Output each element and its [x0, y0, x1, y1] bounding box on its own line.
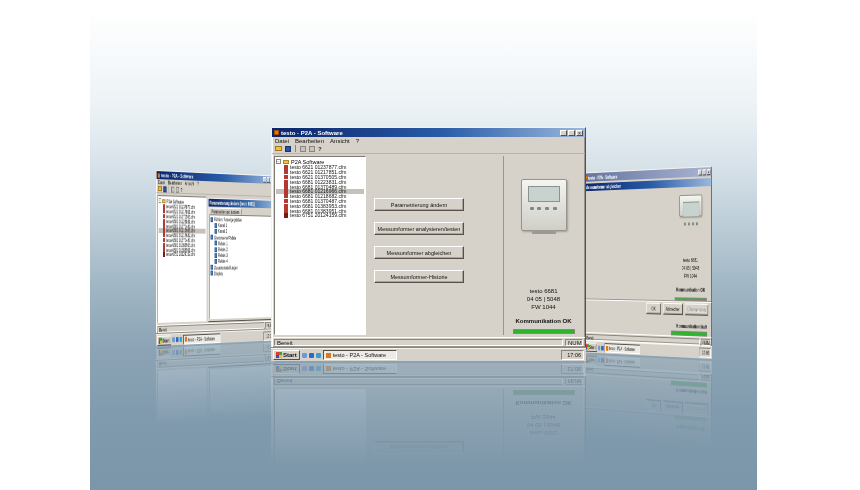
- file-tree[interactable]: − P2A Software testo 6621 01237877.cfm t…: [274, 156, 366, 335]
- start-button[interactable]: Start: [157, 335, 171, 346]
- device-model: testo 6681: [682, 256, 699, 264]
- quicklaunch-icon[interactable]: [601, 345, 603, 350]
- save-icon[interactable]: [285, 146, 291, 152]
- windows-flag-icon: [276, 352, 282, 358]
- start-label: Start: [589, 344, 595, 350]
- quicklaunch-icon[interactable]: [316, 353, 321, 358]
- close-icon[interactable]: ×: [576, 130, 583, 136]
- parametrierung-button[interactable]: Parametrierung ändern: [374, 198, 464, 211]
- apply-button[interactable]: Übernehmen: [685, 303, 708, 315]
- param-dialog-body: Fühler / Anzeigegrößen Kanal 1 Kanal 2 G…: [210, 214, 273, 319]
- device-panel: testo 6681 04 05 | 5048 FW 1044 Kommunik…: [670, 186, 711, 301]
- menu-datei[interactable]: Datei: [275, 138, 289, 144]
- open-folder-icon[interactable]: [275, 146, 282, 151]
- folder-icon: [162, 199, 165, 203]
- tree-node-label: Relais 1: [218, 240, 228, 246]
- app-window-left: testo - P2A - Software × Datei Bearbeite…: [156, 170, 275, 334]
- collapse-icon[interactable]: −: [159, 198, 162, 203]
- file-list-item[interactable]: testo 6751 20124159.cfm: [276, 213, 364, 218]
- tool-icon[interactable]: [176, 186, 179, 192]
- dialog-tree-item[interactable]: Display: [211, 270, 272, 276]
- tool-icon[interactable]: [309, 146, 315, 152]
- minimize-icon[interactable]: [698, 169, 702, 175]
- tree-node-label: Zusatzeinstellungen: [214, 264, 238, 270]
- device-display: [528, 186, 560, 202]
- save-icon[interactable]: [163, 186, 166, 192]
- tree-node-label: Relais 4: [218, 258, 228, 264]
- tree-node-label: Relais 3: [218, 252, 228, 258]
- collapse-icon[interactable]: −: [276, 159, 281, 164]
- menu-bearbeiten[interactable]: Bearbeiten: [295, 138, 324, 144]
- device-image: [679, 194, 702, 216]
- file-list-item[interactable]: testo 6751 20124159.cfm: [159, 252, 206, 257]
- task-button-label: testo - P2A - Software: [609, 345, 635, 352]
- screenshot-left: testo - P2A - Software × Datei Bearbeite…: [156, 170, 275, 346]
- toolbar-separator: [295, 145, 296, 152]
- task-button[interactable]: testo - P2A - Software: [183, 333, 220, 344]
- ok-button[interactable]: OK: [646, 302, 661, 314]
- tree-root[interactable]: − P2A Software: [276, 158, 364, 165]
- statusbar: Bereit NUM: [272, 337, 585, 347]
- app-window-right: testo - P2A - Software × Messumformer ab…: [584, 166, 712, 346]
- app-icon: [606, 346, 608, 351]
- quicklaunch-icon[interactable]: [176, 337, 179, 342]
- file-list: testo 6621 01237877.cfm testo 6621 01217…: [159, 204, 206, 257]
- historie-button[interactable]: Messumformer-Historie: [374, 270, 464, 283]
- device-ident: 04 05 | 5048: [682, 264, 699, 272]
- quicklaunch-icon[interactable]: [309, 353, 314, 358]
- file-icon: [163, 252, 165, 256]
- help-icon[interactable]: ?: [181, 186, 183, 192]
- tree-node-icon: [211, 217, 213, 222]
- quicklaunch-icon[interactable]: [179, 337, 182, 342]
- start-button[interactable]: Start: [585, 342, 597, 352]
- device-panel: testo 6681 04 05 | 5048 FW 1044 Kommunik…: [503, 156, 583, 335]
- close-icon[interactable]: ×: [707, 169, 711, 175]
- task-button-label: testo - P2A - Software: [188, 335, 215, 342]
- tree-node-icon: [215, 259, 217, 264]
- content-area: − P2A Software testo 6621 01237877.cfm t…: [157, 193, 275, 325]
- file-name: testo 6751 20124159.cfm: [290, 213, 346, 218]
- device-image: [521, 179, 567, 231]
- marketing-scene: testo - P2A - Software × Datei Bearbeite…: [0, 0, 860, 490]
- clock: 17:06: [702, 350, 709, 356]
- app-window-center: testo - P2A - Software × Datei Bearbeite…: [271, 127, 586, 348]
- maximize-icon[interactable]: [568, 130, 575, 136]
- cancel-button[interactable]: Abbrechen: [663, 302, 683, 314]
- menu-ansicht[interactable]: Ansicht: [330, 138, 350, 144]
- window-title: testo - P2A - Software: [281, 129, 558, 137]
- tree-node-label: Display: [214, 270, 223, 276]
- tool-icon[interactable]: [300, 146, 306, 152]
- start-button[interactable]: Start: [273, 350, 300, 360]
- num-lock-indicator: NUM: [565, 339, 583, 346]
- device-keys: [530, 207, 560, 217]
- action-buttons: Parametrierung ändern Messumformer analy…: [374, 198, 464, 335]
- tree-root-label: P2A Software: [291, 159, 324, 165]
- maximize-icon[interactable]: [703, 169, 707, 175]
- abgleichen-button[interactable]: Messumformer abgleichen: [374, 246, 464, 259]
- tool-icon[interactable]: [171, 186, 174, 192]
- progress-bar: [513, 329, 575, 334]
- tree-node-icon: [215, 229, 217, 234]
- help-icon[interactable]: ?: [318, 146, 322, 152]
- analysieren-button[interactable]: Messumformer analysieren/testen: [374, 222, 464, 235]
- param-tree: Fühler / Anzeigegrößen Kanal 1 Kanal 2 G…: [211, 216, 272, 276]
- quicklaunch-icon[interactable]: [172, 337, 175, 342]
- quicklaunch-icon[interactable]: [598, 345, 600, 350]
- tree-root-label: P2A Software: [167, 198, 184, 204]
- quicklaunch-icon[interactable]: [302, 353, 307, 358]
- menu-hilfe[interactable]: ?: [356, 138, 359, 144]
- tree-node-icon: [211, 235, 213, 240]
- file-tree[interactable]: − P2A Software testo 6621 01237877.cfm t…: [158, 195, 207, 323]
- task-button[interactable]: testo - P2A - Software: [604, 343, 640, 354]
- taskbar: Start testo - P2A - Software 17:06: [271, 348, 586, 361]
- task-button[interactable]: testo - P2A - Software: [323, 350, 397, 360]
- system-tray: 17:06: [561, 350, 584, 360]
- device-firmware: FW 1044: [682, 272, 699, 280]
- start-label: Start: [283, 352, 297, 358]
- screenshot-right: testo - P2A - Software × Messumformer ab…: [584, 166, 712, 359]
- param-dialog: Parametrierung ändern [testo 6681] Param…: [208, 198, 274, 322]
- minimize-icon[interactable]: [560, 130, 567, 136]
- open-folder-icon[interactable]: [158, 186, 162, 191]
- titlebar[interactable]: testo - P2A - Software ×: [272, 128, 585, 137]
- device-connector: [532, 230, 556, 234]
